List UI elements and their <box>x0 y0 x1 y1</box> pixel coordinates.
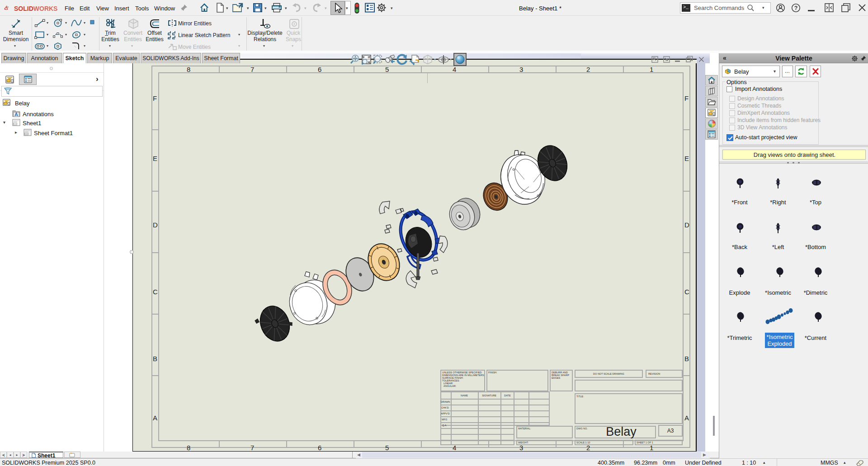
svg-text:?: ? <box>794 5 798 11</box>
svg-text:A: A <box>14 112 18 117</box>
